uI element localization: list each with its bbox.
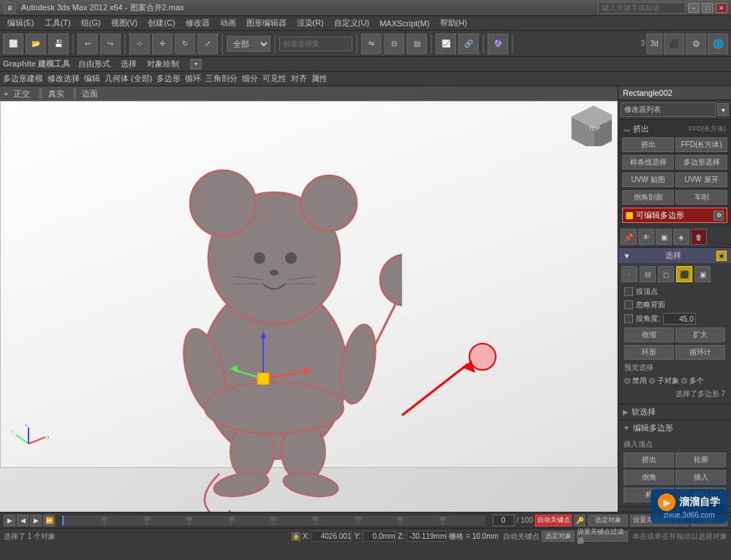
sub-edit[interactable]: 编辑 — [84, 73, 100, 84]
sub-align[interactable]: 对齐 — [291, 73, 307, 84]
toolbar-rotate[interactable]: ↻ — [175, 34, 195, 54]
insert-btn[interactable]: 插入 — [675, 470, 726, 485]
preselect-subobj-radio[interactable] — [649, 378, 655, 384]
toolbar-render-env[interactable]: 🌐 — [708, 34, 728, 54]
edge-icon[interactable]: ⊟ — [640, 266, 656, 282]
menu-graph-editor[interactable]: 图形编辑器 — [242, 16, 291, 30]
toolbar-schematic[interactable]: 🔗 — [458, 34, 479, 54]
modifier-list-dropdown[interactable]: 修改器列表 — [621, 102, 716, 117]
menu-animation[interactable]: 动画 — [216, 16, 240, 30]
menu-customize[interactable]: 自定义(U) — [330, 16, 374, 30]
modifier-editable-poly[interactable]: 可编辑多边形 ⚙ — [622, 208, 727, 223]
coord-z-input[interactable] — [406, 531, 447, 542]
border-icon[interactable]: ◻ — [658, 266, 674, 282]
bevel-btn[interactable]: 轮廓 — [675, 453, 726, 467]
btn-ffd[interactable]: FFD(长方体) — [675, 137, 727, 152]
selected-obj-btn[interactable]: 选定对象 — [588, 515, 628, 526]
toolbar-layers[interactable]: ▤ — [406, 34, 427, 54]
btn-spline-select[interactable]: 样条线选择 — [622, 155, 674, 170]
coord-x-input[interactable] — [311, 531, 352, 542]
toolbar-open[interactable]: 📂 — [26, 34, 46, 54]
angle-checkbox[interactable] — [624, 314, 633, 323]
end-frame-btn[interactable]: ⏩ — [43, 515, 55, 526]
prev-frame-btn[interactable]: ◀ — [17, 515, 29, 526]
menu-create[interactable]: 创建(C) — [143, 16, 179, 30]
modifier-options-btn[interactable]: ⚙ — [713, 211, 724, 221]
menu-modifier[interactable]: 修改器 — [181, 16, 214, 30]
edit-polygon-header[interactable]: ▼ 编辑多边形 — [618, 420, 731, 436]
toolbar-align[interactable]: ⊟ — [384, 34, 404, 54]
toolbar-select[interactable]: ⊹ — [129, 34, 150, 54]
preselect-multi-radio[interactable] — [681, 378, 687, 384]
btn-poly-select[interactable]: 多边形选择 — [675, 155, 727, 170]
stack-show-all-btn[interactable]: ▣ — [656, 229, 672, 245]
btn-uvw-map[interactable]: UVW 贴图 — [622, 173, 674, 187]
extrude-btn[interactable]: 挤出 — [624, 453, 674, 467]
toolbar-save[interactable]: 💾 — [48, 34, 69, 54]
selection-set-input[interactable] — [279, 37, 352, 51]
sub-triangle[interactable]: 三角剖分 — [205, 73, 238, 84]
sub-polygon-modeling[interactable]: 多边形建模 — [3, 73, 43, 84]
menu-tools[interactable]: 工具(T) — [40, 16, 75, 30]
btn-uvw-unwrap[interactable]: UVW 展开 — [675, 173, 727, 187]
menu-render[interactable]: 渲染(R) — [292, 16, 328, 30]
viewport[interactable]: + 正交 ▐ 真实 ▐ 边面 — [0, 86, 618, 512]
close-button[interactable]: ✕ — [716, 3, 727, 13]
search-input[interactable] — [598, 2, 686, 14]
stack-show-btn[interactable]: 👁 — [638, 229, 654, 245]
menu-view[interactable]: 视图(V) — [107, 16, 143, 30]
modifier-list-arrow[interactable]: ▾ — [717, 103, 729, 116]
minimize-button[interactable]: − — [688, 3, 700, 13]
ring-btn[interactable]: 环形 — [624, 345, 674, 360]
ignore-bg-checkbox[interactable] — [624, 300, 633, 309]
graphite-object-paint[interactable]: 对象绘制 — [145, 58, 181, 69]
sub-properties[interactable]: 属性 — [311, 73, 327, 84]
toolbar-curve-editor[interactable]: 📈 — [436, 34, 456, 54]
autokey-btn[interactable]: 自动关键点 — [535, 515, 572, 526]
toolbar-material[interactable]: 🔮 — [488, 34, 508, 54]
toolbar-scale[interactable]: ⤢ — [197, 34, 218, 54]
stack-remove-btn[interactable]: 🗑 — [691, 229, 707, 245]
menu-edit[interactable]: 编辑(E) — [3, 16, 39, 30]
shrink-btn[interactable]: 收缩 — [624, 328, 674, 342]
soft-selection-header[interactable]: ▶ 软选择 — [618, 404, 731, 420]
toolbar-new[interactable]: ⬜ — [3, 34, 23, 54]
coord-y-input[interactable] — [363, 531, 395, 542]
menu-help[interactable]: 帮助(H) — [436, 16, 471, 30]
sub-modify-select[interactable]: 修改选择 — [48, 73, 80, 84]
vertex-icon[interactable]: ⬝ — [621, 266, 637, 282]
select-filter-btn[interactable]: 选定对象 — [542, 531, 575, 542]
maximize-button[interactable]: □ — [702, 3, 713, 13]
play-btn[interactable]: ▶ — [4, 515, 15, 526]
graphite-freeform[interactable]: 自由形式 — [76, 58, 113, 69]
preselect-disabled-radio[interactable] — [624, 378, 630, 384]
sub-geometry-all[interactable]: 几何体 (全部) — [105, 73, 152, 84]
key-filter-status-btn[interactable]: 设置关键点过滤器 — [577, 531, 628, 542]
btn-bevel-profile[interactable]: 倒角剖面 — [622, 190, 674, 205]
lock-btn[interactable]: 🔒 — [292, 532, 300, 541]
sub-visibility[interactable]: 可见性 — [262, 73, 287, 84]
polygon-icon[interactable]: ⬛ — [676, 266, 692, 282]
sub-polygon[interactable]: 多边形 — [156, 73, 181, 84]
selection-header[interactable]: ▼ 选择 ★ — [618, 248, 731, 263]
outline-btn[interactable]: 倒角 — [624, 470, 674, 485]
timeline[interactable]: 10 20 30 40 50 60 70 80 90 — [61, 515, 486, 526]
angle-input[interactable] — [663, 313, 696, 325]
btn-extrude[interactable]: 挤出 — [622, 137, 674, 152]
menu-group[interactable]: 组(G) — [77, 16, 105, 30]
loop-btn[interactable]: 循环计 — [675, 345, 725, 360]
toolbar-move[interactable]: ✛ — [152, 34, 173, 54]
btn-lathe[interactable]: 车削 — [675, 190, 727, 205]
toolbar-undo[interactable]: ↩ — [77, 34, 98, 54]
toolbar-render-settings[interactable]: ⚙ — [686, 34, 706, 54]
toolbar-mirror[interactable]: ⇋ — [361, 34, 382, 54]
stack-pin-btn[interactable]: 📌 — [621, 229, 637, 245]
selection-filter-dropdown[interactable]: 全部 — [227, 36, 270, 52]
modifier-extrude[interactable]: ▬ 挤出 FFD(长方体) — [621, 122, 729, 136]
element-icon[interactable]: ▣ — [694, 266, 711, 282]
frame-input[interactable] — [493, 515, 515, 526]
stack-make-unique-btn[interactable]: ◈ — [673, 229, 689, 245]
toolbar-render-quick[interactable]: ⬛ — [664, 34, 684, 54]
expand-btn[interactable]: 扩大 — [675, 328, 725, 342]
sub-subdivide[interactable]: 细分 — [242, 73, 258, 84]
